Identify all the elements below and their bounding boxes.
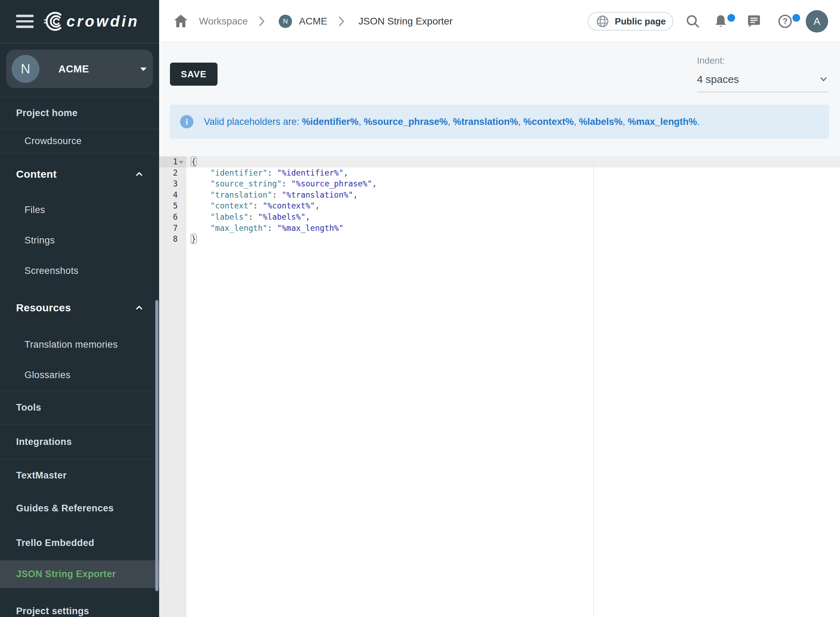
json-punctuation: : [253,201,262,210]
workspace-name: ACME [58,63,89,75]
chat-icon [747,15,760,28]
crowdin-logo[interactable]: crowdin [43,12,139,31]
breadcrumb-workspace[interactable]: Workspace [199,0,248,43]
help-unread-dot [793,14,800,22]
gutter-line-number[interactable]: 8 [159,234,186,245]
sidebar-item-label: Strings [25,235,55,246]
json-punctuation: , [353,190,358,199]
json-punctuation: } [191,234,197,244]
chevron-up-icon [136,306,143,310]
json-punctuation: , [343,168,348,177]
sidebar-item-label: Translation memories [25,339,118,350]
indent-control: Indent: 4 spaces [697,55,828,92]
info-banner: i Valid placeholders are: %identifier%, … [170,105,829,139]
breadcrumb-chevron-icon [258,16,265,27]
sidebar-item-label: Resources [16,302,71,314]
indent-select[interactable]: 4 spaces [697,71,828,92]
sidebar-item-strings[interactable]: Strings [0,225,159,256]
search-icon [686,15,699,28]
crowdin-logo-icon [43,12,65,31]
fold-toggle-icon[interactable] [179,161,184,164]
gutter-line-number[interactable]: 3 [159,179,186,190]
json-punctuation: , [315,201,320,210]
code-line: } [191,234,840,245]
json-punctuation: : [268,168,277,177]
chevron-down-icon [820,77,827,81]
breadcrumb-chevron-icon [338,16,345,27]
gutter-line-number[interactable]: 6 [159,212,186,223]
gutter-line-number[interactable]: 5 [159,201,186,212]
workspace-caret-down-icon [140,68,146,71]
code-line: "labels": "%labels%", [191,212,840,223]
gutter-line-number[interactable]: 1 [159,156,186,168]
sidebar-item-screenshots[interactable]: Screenshots [0,256,159,286]
user-avatar[interactable]: A [806,10,828,32]
code-editor[interactable]: { "identifier": "%identifier%", "source_… [159,156,840,617]
code-area: { "identifier": "%identifier%", "source_… [186,156,840,617]
sidebar-item-project-home[interactable]: Project home [0,97,159,130]
sidebar-item-label: Files [25,205,45,216]
sidebar-item-label: Content [16,168,57,180]
sidebar-item-label: JSON String Exporter [16,569,116,580]
sidebar-item-content[interactable]: Content [0,154,159,195]
gutter-line-number[interactable]: 2 [159,168,186,179]
sidebar-item-guides-references[interactable]: Guides & References [0,491,159,525]
sidebar-item-resources[interactable]: Resources [0,286,159,329]
sidebar-item-label: Project home [16,108,78,118]
sidebar-item-tools[interactable]: Tools [0,391,159,425]
json-punctuation: : [281,179,291,188]
help-button[interactable]: ? [778,14,792,28]
sidebar-item-project-settings[interactable]: Project settings [0,596,159,617]
placeholder-token: %max_length% [628,117,697,127]
sidebar-item-glossaries[interactable]: Glossaries [0,360,159,391]
json-punctuation [191,190,210,199]
json-punctuation: : [248,212,258,221]
sidebar-item-label: Screenshots [25,266,78,276]
page: crowdin N ACME Project homeCrowdsourceCo… [0,0,840,617]
search-button[interactable] [686,15,699,28]
sidebar-item-files[interactable]: Files [0,195,159,225]
messages-button[interactable] [747,15,760,28]
public-page-button[interactable]: Public page [588,12,673,31]
gutter-line-number[interactable]: 7 [159,223,186,234]
sidebar-item-trello-embedded[interactable]: Trello Embedded [0,525,159,560]
placeholder-token: %translation% [453,117,518,127]
indent-label: Indent: [697,55,828,66]
json-punctuation [191,212,210,221]
notifications-button[interactable] [715,14,727,28]
info-icon: i [180,115,193,128]
indent-value: 4 spaces [697,71,828,88]
sidebar-item-label: Integrations [16,437,72,447]
breadcrumb-project-badge: N [279,15,292,28]
save-button[interactable]: SAVE [170,63,218,86]
home-icon[interactable] [174,15,187,27]
breadcrumb-project[interactable]: ACME [299,0,327,43]
editor-gutter: 12345678 [159,156,186,617]
json-punctuation: , [306,212,311,221]
code-line: "identifier": "%identifier%", [191,168,840,179]
help-icon: ? [778,14,792,28]
json-punctuation [191,223,210,233]
sidebar-item-textmaster[interactable]: TextMaster [0,460,159,491]
sidebar-item-translation-memories[interactable]: Translation memories [0,329,159,360]
code-line: "max_length": "%max_length%" [191,223,840,234]
json-value: "%max_length%" [277,223,343,233]
hamburger-menu-icon[interactable] [16,15,34,28]
json-value: "%identifier%" [277,168,343,177]
json-key: "translation" [210,190,272,199]
sidebar-item-integrations[interactable]: Integrations [0,425,159,460]
chevron-up-icon [136,172,143,176]
workspace-avatar: N [12,55,40,83]
gutter-line-number[interactable]: 4 [159,190,186,201]
sidebar: crowdin N ACME Project homeCrowdsourceCo… [0,0,159,617]
breadcrumb-current-page: JSON String Exporter [358,0,452,43]
public-page-label: Public page [615,16,666,27]
json-punctuation: : [268,223,277,233]
sidebar-item-json-string-exporter[interactable]: JSON String Exporter [0,560,159,588]
json-value: "%source_phrase%" [291,179,372,188]
code-line: "context": "%context%", [191,201,840,212]
sidebar-scrollbar-thumb[interactable] [155,300,158,591]
workspace-selector[interactable]: N ACME [6,50,153,88]
code-line: { [191,156,840,168]
sidebar-item-crowdsource[interactable]: Crowdsource [0,130,159,154]
